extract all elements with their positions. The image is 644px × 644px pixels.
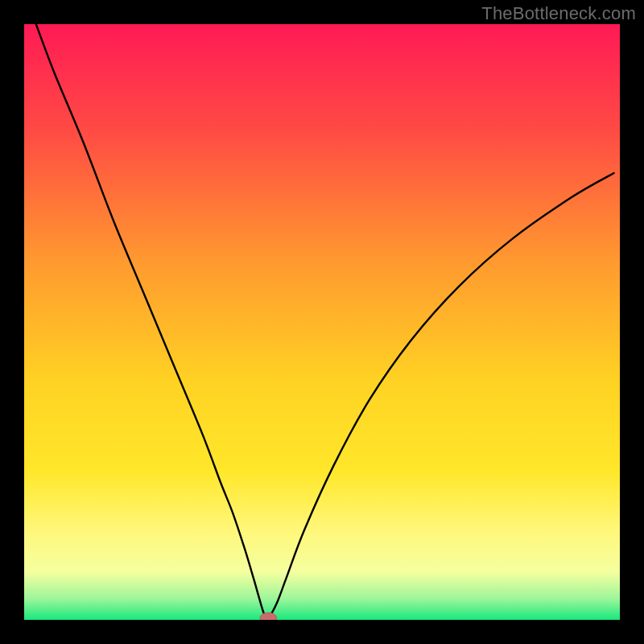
chart-svg — [24, 24, 620, 620]
watermark-text: TheBottleneck.com — [481, 3, 636, 24]
gradient-background — [24, 24, 620, 620]
chart-frame: TheBottleneck.com — [0, 0, 644, 644]
plot-area — [24, 24, 620, 620]
minimum-marker — [260, 613, 277, 620]
